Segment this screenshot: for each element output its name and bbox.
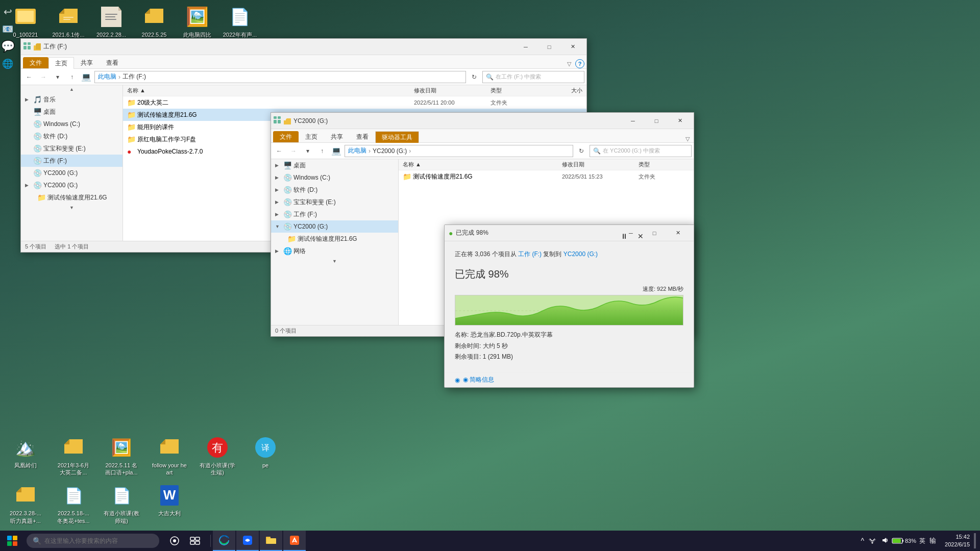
col-size[interactable]: 大小 (542, 87, 582, 94)
yc-scroll-down[interactable]: ▼ (271, 257, 398, 265)
dropdown-button[interactable]: ▾ (52, 71, 64, 83)
copy-info: 正在将 3,036 个项目从 工作 (F:) 复制到 YC2000 (G:) (455, 249, 683, 259)
tray-hidden-icons[interactable]: ^ (860, 536, 865, 546)
sidebar-item-test-folder[interactable]: 📁 测试传输速度用21.6G (21, 191, 122, 204)
sidebar-item-yc2[interactable]: ▶ 💿 YC2000 (G:) (21, 179, 122, 191)
maximize-button[interactable]: □ (537, 39, 561, 55)
taskbar-lark[interactable] (236, 531, 259, 551)
taskbar-edge[interactable] (213, 531, 235, 551)
show-desktop-button[interactable] (974, 533, 976, 548)
sidebar-item-windows[interactable]: 💿 Windows (C:) (21, 118, 122, 130)
sidebar-item-yc[interactable]: 💿 YC2000 (G:) (21, 167, 122, 179)
progress-close-btn[interactable]: ✕ (666, 225, 690, 241)
desktop-icon-paint[interactable]: 🖼️ 2022.5.11 名画口语+pla... (101, 433, 142, 479)
refresh-button[interactable]: ↻ (468, 71, 480, 83)
taskbar-search-input[interactable] (44, 537, 146, 544)
desktop-icon-label-word: 大吉大利 (158, 510, 181, 517)
yc-ribbon-collapse[interactable]: ▽ (685, 136, 690, 142)
sidebar-item-music[interactable]: ▶ 🎵 音乐 (21, 93, 122, 106)
taskbar-file-explorer[interactable] (260, 531, 282, 551)
taskbar-clock[interactable]: 15:42 2022/6/15 (939, 533, 970, 549)
task-view-button[interactable] (165, 532, 184, 550)
sidebar-item-desktop[interactable]: 🖥️ 桌面 (21, 106, 122, 118)
yc-sidebar-item-windows[interactable]: ▶ 💿 Windows (C:) (271, 171, 398, 184)
col-name[interactable]: 名称 ▲ (127, 87, 414, 94)
taskbar-search[interactable]: 🔍 (27, 534, 159, 548)
sidebar-item-software[interactable]: 💿 软件 (D:) (21, 130, 122, 142)
col-type[interactable]: 类型 (491, 87, 542, 94)
yc-col-type[interactable]: 类型 (639, 161, 690, 168)
sidebar-item-work[interactable]: 💿 工作 (F:) (21, 155, 122, 167)
battery-indicator[interactable]: 83% (892, 537, 916, 544)
close-button[interactable]: ✕ (561, 39, 584, 55)
desktop-icon-heart[interactable]: follow your heart (149, 433, 190, 479)
tray-input-method[interactable]: 输 (928, 535, 937, 546)
yc-sidebar-item-test[interactable]: 📁 测试传输速度用21.6G (271, 233, 398, 245)
progress-details: 名称: 恐龙当家.BD.720p.中英双字幕 剩余时间: 大约 5 秒 剩余项目… (455, 330, 683, 363)
minimize-button[interactable]: ─ (514, 39, 537, 55)
yc-file-row-0[interactable]: 📁 测试传输速度用21.6G 2022/5/31 15:23 文件夹 (399, 170, 694, 183)
main-explorer-titlebar: 工作 (F:) ─ □ ✕ (21, 39, 586, 55)
yc-tab-driver[interactable]: 驱动器工具 (375, 131, 419, 143)
yc-sidebar-item-yc[interactable]: ▼ 💿 YC2000 (G:) (271, 220, 398, 233)
yc-minimize-btn[interactable]: ─ (621, 113, 645, 129)
yc-dropdown-btn[interactable]: ▾ (302, 145, 314, 157)
cancel-button[interactable]: ✕ (633, 229, 648, 243)
desktop-icon-mountain[interactable]: 🏔️ 凤凰岭们 (5, 433, 46, 479)
up-button[interactable]: ↑ (66, 71, 78, 83)
sidebar-item-baobao[interactable]: 💿 宝宝和斐斐 (E:) (21, 142, 122, 155)
tab-view[interactable]: 查看 (100, 57, 125, 68)
tab-share[interactable]: 共享 (74, 57, 100, 68)
col-date[interactable]: 修改日期 (414, 87, 491, 94)
yc-sidebar-item-desktop[interactable]: ▶ 🖥️ 桌面 (271, 159, 398, 171)
yc-back-btn[interactable]: ← (273, 145, 285, 157)
yc-up-btn[interactable]: ↑ (316, 145, 328, 157)
file-row-0[interactable]: 📁 20级大英二 2022/5/11 20:00 文件夹 (123, 96, 586, 109)
yc-sidebar-item-baobao[interactable]: ▶ 💿 宝宝和斐斐 (E:) (271, 196, 398, 208)
address-path[interactable]: 此电脑 › 工作 (F:) (94, 71, 466, 83)
yc-tab-file[interactable]: 文件 (273, 131, 299, 142)
yc-sidebar-item-work[interactable]: ▶ 💿 工作 (F:) (271, 208, 398, 220)
tab-home[interactable]: 主页 (48, 57, 74, 69)
left-strip-icon-4[interactable]: 🌐 (1, 57, 14, 70)
copy-to-link[interactable]: YC2000 (G:) (564, 251, 598, 258)
yc-col-date[interactable]: 修改日期 (562, 161, 639, 168)
desktop-icon-youdao-teacher[interactable]: 📄 有道小班课(教师端) (101, 481, 142, 527)
yc-tab-share[interactable]: 共享 (324, 131, 350, 142)
forward-button[interactable]: → (37, 71, 50, 83)
desktop-icon-listen[interactable]: 2022.3.28-... 听力真题+... (5, 481, 46, 527)
yc-sidebar-item-software[interactable]: ▶ 💿 软件 (D:) (271, 184, 398, 196)
start-button[interactable] (0, 531, 24, 551)
desktop-icon-label-english: 2021年3-6月大英二备... (55, 462, 92, 477)
yc-forward-btn[interactable]: → (287, 145, 300, 157)
copy-from-link[interactable]: 工作 (F:) (518, 251, 542, 258)
desktop-icon-winter[interactable]: 📄 2022.5.18-... 冬奥花+tes... (53, 481, 94, 527)
yc-address-path[interactable]: 此电脑 › YC2000 (G:) › (345, 145, 573, 157)
pause-button[interactable]: ⏸ (617, 229, 631, 243)
desktop-icon-pe[interactable]: 译 pe (245, 433, 286, 479)
yc-sidebar-item-network[interactable]: ▶ 🌐 网络 (271, 245, 398, 257)
taskbar-drawing[interactable] (283, 531, 306, 551)
search-box[interactable]: 🔍 在工作 (F:) 中搜索 (482, 71, 584, 83)
yc-search-box[interactable]: 🔍 在 YC2000 (G:) 中搜索 (590, 145, 692, 157)
ribbon-collapse-btn[interactable]: ▽ (564, 60, 574, 68)
yc-tab-home[interactable]: 主页 (299, 131, 324, 142)
sidebar-scroll-down[interactable]: ▼ (21, 204, 122, 212)
yc-tab-view[interactable]: 查看 (350, 131, 375, 142)
virtual-desktop-button[interactable] (186, 532, 204, 550)
desktop-icon-word[interactable]: W 大吉大利 (149, 481, 190, 527)
yc-col-name[interactable]: 名称 ▲ (403, 161, 562, 168)
yc-maximize-btn[interactable]: □ (645, 113, 668, 129)
yc-close-btn[interactable]: ✕ (668, 113, 692, 129)
yc-refresh-btn[interactable]: ↻ (575, 145, 587, 157)
desktop-icon-english[interactable]: 2021年3-6月大英二备... (53, 433, 94, 479)
desktop-icon-youdao-student[interactable]: 有 有道小班课(学生端) (197, 433, 238, 479)
tab-file[interactable]: 文件 (23, 57, 48, 68)
tray-lang[interactable]: 英 (918, 535, 926, 546)
help-button[interactable]: ? (575, 59, 584, 68)
tray-network[interactable] (867, 535, 877, 547)
back-button[interactable]: ← (23, 71, 35, 83)
progress-accordion[interactable]: ◉ ◉ 简略信息 (445, 372, 694, 387)
tray-sound[interactable] (879, 535, 890, 547)
sidebar-scroll-up[interactable]: ▲ (21, 85, 122, 93)
